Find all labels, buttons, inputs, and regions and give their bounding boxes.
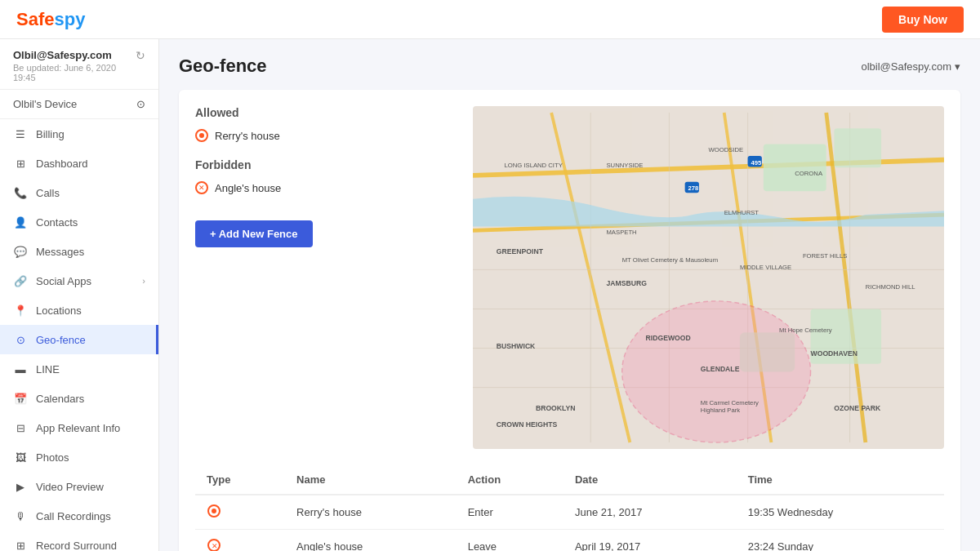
forbidden-icon: [195, 181, 208, 194]
fence-name-cell: Rerry's house: [285, 495, 457, 530]
sidebar-item-locations[interactable]: 📍 Locations: [0, 295, 158, 325]
svg-text:WOODSIDE: WOODSIDE: [709, 146, 744, 153]
svg-text:278: 278: [688, 184, 699, 192]
sidebar-item-photos[interactable]: 🖼 Photos: [0, 442, 158, 472]
svg-text:RIDGEWOOD: RIDGEWOOD: [646, 334, 691, 342]
svg-rect-15: [834, 128, 881, 167]
sidebar-label-surround: Record Surround: [36, 540, 117, 552]
col-action: Action: [457, 465, 564, 495]
user-dropdown-email: olbil@Safespy.com: [862, 60, 952, 73]
type-icon-cell: [195, 495, 285, 530]
svg-text:WOODHAVEN: WOODHAVEN: [811, 349, 858, 358]
svg-text:495: 495: [751, 159, 762, 167]
svg-text:FOREST HILLS: FOREST HILLS: [803, 252, 848, 260]
page-header: Geo-fence olbil@Safespy.com ▾: [179, 56, 960, 77]
allowed-icon: [195, 129, 208, 142]
sidebar-item-billing[interactable]: ☰ Billing: [0, 119, 158, 149]
chevron-down-icon: ▾: [955, 60, 960, 73]
sidebar-item-dashboard[interactable]: ⊞ Dashboard: [0, 149, 158, 178]
svg-text:ELMHURST: ELMHURST: [724, 209, 760, 216]
svg-text:RICHMOND HILL: RICHMOND HILL: [866, 283, 915, 291]
sidebar-label-app: App Relevant Info: [36, 422, 120, 434]
sidebar-item-video-preview[interactable]: ▶ Video Preview: [0, 472, 158, 501]
header: Safespy Buy Now: [0, 0, 980, 39]
geofence-icon: ⊙: [13, 332, 28, 347]
forbidden-fence-item: Angle's house: [195, 178, 457, 198]
user-dropdown[interactable]: olbil@Safespy.com ▾: [862, 60, 961, 73]
app-icon: ⊟: [13, 420, 28, 435]
svg-text:Mt Hope Cemetery: Mt Hope Cemetery: [779, 327, 832, 334]
sidebar-item-line[interactable]: ▬ LINE: [0, 354, 158, 384]
svg-text:GLENDALE: GLENDALE: [701, 365, 740, 373]
sidebar-item-messages[interactable]: 💬 Messages: [0, 237, 158, 266]
contacts-icon: 👤: [13, 215, 28, 229]
calendar-icon: 📅: [13, 391, 28, 406]
sidebar-item-contacts[interactable]: 👤 Contacts: [0, 207, 158, 237]
photos-icon: 🖼: [13, 450, 28, 464]
forbidden-section: Forbidden Angle's house: [195, 158, 457, 198]
dashboard-icon: ⊞: [13, 156, 28, 171]
time-cell: 23:24 Sunday: [737, 530, 944, 552]
sidebar-label-billing: Billing: [36, 128, 65, 140]
svg-rect-14: [764, 144, 826, 192]
allowed-type-icon: [207, 509, 221, 521]
svg-text:CORONA: CORONA: [795, 170, 823, 177]
fence-table: Type Name Action Date Time Rerry's house…: [195, 465, 944, 551]
sidebar-label-social: Social Apps: [36, 275, 91, 287]
sidebar-device[interactable]: Olbil's Device ⊙: [0, 90, 158, 119]
surround-icon: ⊞: [13, 538, 28, 551]
svg-text:CROWN HEIGHTS: CROWN HEIGHTS: [497, 420, 558, 429]
sidebar-label-calls: Calls: [36, 187, 60, 199]
svg-text:Mt Carmel Cemetery: Mt Carmel Cemetery: [701, 399, 759, 407]
allowed-title: Allowed: [195, 106, 457, 119]
sidebar-item-calendars[interactable]: 📅 Calendars: [0, 384, 158, 413]
user-updated: Be updated: June 6, 202019:45: [13, 63, 116, 82]
sidebar-label-calendars: Calendars: [36, 393, 84, 405]
social-icon: 🔗: [13, 273, 28, 288]
col-time: Time: [737, 465, 944, 495]
fence-name-cell: Angle's house: [285, 530, 457, 552]
sidebar-label-contacts: Contacts: [36, 216, 78, 229]
svg-text:GREENPOINT: GREENPOINT: [497, 247, 544, 256]
date-cell: April 19, 2017: [564, 530, 737, 552]
svg-text:BROOKLYN: BROOKLYN: [536, 404, 576, 412]
left-panel: Allowed Rerry's house Forbidden Angle's …: [195, 106, 457, 449]
calls-icon: 📞: [13, 185, 28, 200]
action-cell: Enter: [457, 495, 564, 530]
forbidden-title: Forbidden: [195, 158, 457, 171]
table-row: Rerry's houseEnterJune 21, 201719:35 Wed…: [195, 495, 944, 530]
chevron-right-icon: ›: [142, 276, 145, 286]
svg-text:JAMSBURG: JAMSBURG: [606, 279, 647, 287]
video-icon: ▶: [13, 479, 28, 494]
sidebar-item-calls[interactable]: 📞 Calls: [0, 178, 158, 207]
svg-text:OZONE PARK: OZONE PARK: [834, 404, 881, 412]
svg-text:MT Olivet Cemetery & Mausoleum: MT Olivet Cemetery & Mausoleum: [622, 256, 718, 264]
content-card: Allowed Rerry's house Forbidden Angle's …: [179, 90, 960, 551]
sidebar-item-app-relevant-info[interactable]: ⊟ App Relevant Info: [0, 413, 158, 442]
sidebar-item-record-surround[interactable]: ⊞ Record Surround: [0, 531, 158, 551]
sidebar-item-social-apps[interactable]: 🔗 Social Apps ›: [0, 266, 158, 295]
line-icon: ▬: [13, 362, 28, 376]
sidebar-label-photos: Photos: [36, 451, 69, 464]
map-svg: GREENPOINT BUSHWICK CROWN HEIGHTS BROOKL…: [473, 106, 944, 449]
svg-text:BUSHWICK: BUSHWICK: [497, 342, 536, 350]
sidebar-label-geofence: Geo-fence: [36, 334, 86, 346]
sidebar-item-geofence[interactable]: ⊙ Geo-fence: [0, 325, 158, 354]
allowed-fence-item: Rerry's house: [195, 126, 457, 145]
allowed-section: Allowed Rerry's house: [195, 106, 457, 145]
sidebar: Olbil@Safespy.com Be updated: June 6, 20…: [0, 39, 159, 551]
sidebar-user: Olbil@Safespy.com Be updated: June 6, 20…: [0, 39, 158, 90]
main-layout: Olbil@Safespy.com Be updated: June 6, 20…: [0, 39, 980, 551]
sidebar-label-video: Video Preview: [36, 481, 104, 493]
sidebar-label-line: LINE: [36, 363, 60, 375]
buy-now-button[interactable]: Buy Now: [882, 7, 964, 33]
svg-text:MIDDLE VILLAGE: MIDDLE VILLAGE: [740, 264, 791, 271]
svg-text:Highland Park: Highland Park: [701, 407, 740, 414]
refresh-icon[interactable]: ↻: [136, 49, 145, 62]
date-cell: June 21, 2017: [564, 495, 737, 530]
add-fence-button[interactable]: + Add New Fence: [195, 220, 313, 247]
sidebar-label-locations: Locations: [36, 304, 82, 317]
forbidden-fence-name: Angle's house: [215, 182, 281, 194]
sidebar-item-call-recordings[interactable]: 🎙 Call Recordings: [0, 501, 158, 531]
map-container: GREENPOINT BUSHWICK CROWN HEIGHTS BROOKL…: [473, 106, 944, 449]
